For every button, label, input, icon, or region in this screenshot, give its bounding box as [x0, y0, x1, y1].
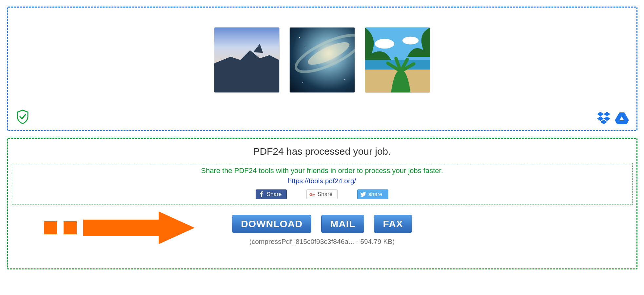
svg-point-5: [299, 37, 300, 38]
google-drive-icon[interactable]: [615, 111, 629, 124]
svg-point-10: [375, 39, 394, 49]
mail-button[interactable]: MAIL: [321, 215, 364, 233]
google-plus-icon: G+: [309, 191, 315, 197]
download-button[interactable]: DOWNLOAD: [232, 215, 311, 233]
arrow-right-icon: [41, 211, 198, 244]
svg-rect-16: [64, 221, 77, 234]
svg-point-8: [302, 82, 303, 83]
twitter-icon: [360, 191, 366, 197]
google-plus-share-button[interactable]: G+ Share: [306, 189, 338, 199]
facebook-icon: [259, 191, 264, 197]
facebook-share-button[interactable]: Share: [256, 189, 287, 199]
svg-rect-15: [44, 221, 57, 234]
thumbnail-galaxy[interactable]: [289, 27, 355, 93]
shield-check-icon[interactable]: [16, 109, 29, 124]
svg-rect-17: [83, 220, 159, 236]
thumbnail-coast[interactable]: [214, 27, 280, 93]
cloud-source-icons: [596, 111, 629, 124]
thumbnail-beach[interactable]: [365, 27, 430, 93]
status-message: PDF24 has processed your job.: [8, 139, 636, 163]
result-area: PDF24 has processed your job. Share the …: [7, 138, 637, 269]
action-row: DOWNLOAD MAIL FAX: [8, 215, 636, 233]
share-prompt: Share the PDF24 tools with your friends …: [12, 167, 632, 175]
svg-point-6: [305, 47, 306, 47]
svg-point-7: [344, 79, 345, 80]
twitter-share-label: share: [368, 191, 382, 198]
dropbox-icon[interactable]: [596, 111, 611, 124]
google-plus-share-label: Share: [318, 191, 332, 198]
share-url-link[interactable]: https://tools.pdf24.org/: [288, 177, 356, 185]
share-box: Share the PDF24 tools with your friends …: [12, 163, 633, 205]
fax-button[interactable]: FAX: [374, 215, 412, 233]
share-button-row: Share G+ Share share: [12, 189, 632, 199]
svg-point-11: [402, 37, 419, 45]
twitter-share-button[interactable]: share: [357, 189, 388, 199]
facebook-share-label: Share: [267, 191, 282, 198]
upload-drop-area[interactable]: [7, 7, 637, 131]
thumbnail-row: [214, 27, 430, 93]
svg-marker-18: [159, 211, 195, 244]
svg-text:G+: G+: [309, 192, 315, 197]
